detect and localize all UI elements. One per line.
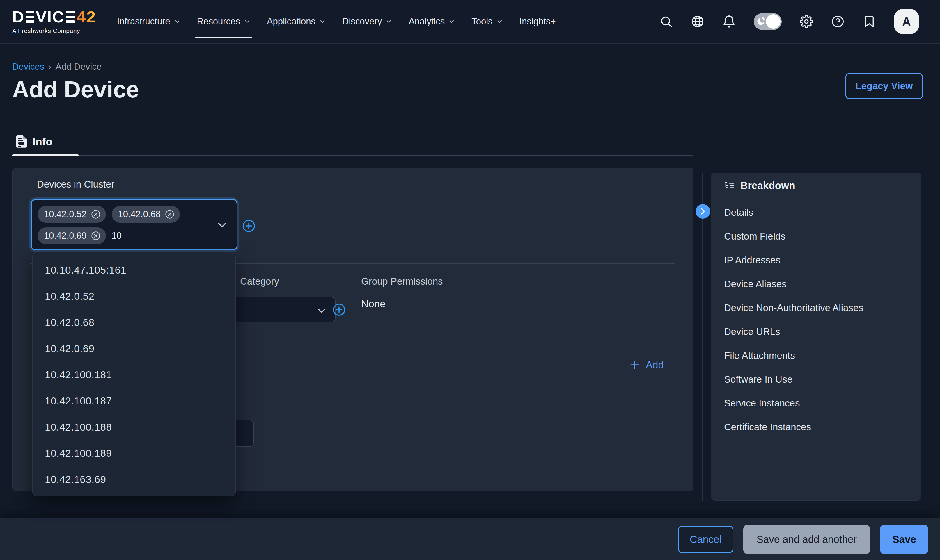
breakdown-item[interactable]: Custom Fields <box>711 225 921 248</box>
breakdown-item[interactable]: Device URLs <box>711 320 921 344</box>
chip-remove-icon[interactable] <box>91 231 101 241</box>
nav-item-label: Discovery <box>342 16 382 27</box>
settings-gear-icon[interactable] <box>800 15 813 28</box>
nav-item-label: Analytics <box>409 16 445 27</box>
breakdown-item-label: Device Aliases <box>724 278 787 289</box>
breakdown-item-label: Custom Fields <box>724 231 786 242</box>
tab-info[interactable]: Info <box>12 128 61 156</box>
panel-split-line <box>702 173 702 501</box>
dropdown-option-label: 10.42.0.68 <box>45 317 94 328</box>
dropdown-option[interactable]: 10.42.100.189 <box>32 440 235 466</box>
breakdown-item[interactable]: IP Addresses <box>711 248 921 272</box>
category-chevron-down-icon <box>316 305 327 317</box>
logo-subtitle: A Freshworks Company <box>12 27 96 34</box>
dropdown-option[interactable]: 10.42.0.69 <box>32 335 235 362</box>
nav-item-label: Resources <box>197 16 240 27</box>
add-row-button[interactable]: Add <box>629 359 664 371</box>
save-button[interactable]: Save <box>880 525 928 554</box>
breakdown-title: Breakdown <box>740 180 795 191</box>
cluster-chip: 10.42.0.68 <box>112 206 180 223</box>
breakdown-item-label: IP Addresses <box>724 255 781 266</box>
breakdown-item[interactable]: Software In Use <box>711 368 921 391</box>
user-avatar[interactable]: A <box>894 9 919 34</box>
breakdown-item-label: Software In Use <box>724 374 792 385</box>
legacy-view-button[interactable]: Legacy View <box>846 73 923 99</box>
logo-e-glyph <box>66 11 74 23</box>
cluster-chip: 10.42.0.69 <box>37 228 106 244</box>
dropdown-option[interactable]: 10.42.0.68 <box>32 309 235 335</box>
chevron-down-icon <box>174 18 181 25</box>
nav-item-label: Tools <box>471 16 492 27</box>
breakdown-item[interactable]: Device Non-Authoritative Aliases <box>711 296 921 320</box>
dropdown-option[interactable]: 10.42.0.52 <box>32 283 235 309</box>
cancel-button[interactable]: Cancel <box>678 526 733 553</box>
nav-item[interactable]: Insights+ <box>511 0 564 43</box>
cluster-chip: 10.42.0.52 <box>37 206 106 223</box>
nav-item[interactable]: Discovery <box>334 0 400 43</box>
dropdown-option[interactable]: 10.42.163.69 <box>32 466 235 492</box>
dropdown-option[interactable]: 10.42.100.181 <box>32 362 235 388</box>
search-icon[interactable] <box>659 15 673 28</box>
dropdown-option-label: 10.42.0.69 <box>45 343 94 354</box>
dropdown-option[interactable]: 10.10.47.105:161 <box>32 257 235 283</box>
breadcrumb-separator: › <box>48 62 51 72</box>
nav-item[interactable]: Applications <box>259 0 334 43</box>
theme-toggle[interactable] <box>754 13 782 30</box>
breakdown-item[interactable]: Service Instances <box>711 391 921 415</box>
breakdown-item-label: Service Instances <box>724 398 800 409</box>
breakdown-panel: Breakdown Details Custom Fields IP Addre… <box>711 173 921 501</box>
list-tree-icon <box>724 180 735 191</box>
add-cluster-device-plus-icon[interactable] <box>242 219 256 233</box>
chevron-down-icon <box>496 18 503 25</box>
collapse-sidebar-button[interactable] <box>696 204 710 218</box>
tab-active-underline <box>12 154 79 157</box>
breakdown-item[interactable]: Certificate Instances <box>711 415 921 439</box>
chip-remove-icon[interactable] <box>165 209 174 219</box>
nav-item-label: Applications <box>267 16 315 27</box>
multiselect-chevron-down-icon[interactable] <box>215 218 229 232</box>
breakdown-item[interactable]: Details <box>711 201 921 225</box>
chip-remove-icon[interactable] <box>91 209 101 219</box>
breadcrumb-current: Add Device <box>56 62 102 72</box>
dropdown-option[interactable]: 10.42.100.188 <box>32 414 235 440</box>
add-category-plus-icon[interactable] <box>332 303 346 317</box>
cluster-chip-label: 10.42.0.68 <box>118 209 161 220</box>
breakdown-item[interactable]: File Attachments <box>711 344 921 368</box>
save-and-add-another-button[interactable]: Save and add another <box>743 525 870 554</box>
devices-in-cluster-multiselect[interactable]: 10.42.0.52 10.42.0.68 10.42.0.69 <box>31 199 238 250</box>
breakdown-item-label: Device Non-Authoritative Aliases <box>724 302 863 314</box>
breakdown-item-label: Details <box>724 207 753 218</box>
help-icon[interactable] <box>831 15 844 28</box>
devices-in-cluster-label: Devices in Cluster <box>37 179 114 190</box>
nav-item-label: Insights+ <box>520 16 556 27</box>
nav-item[interactable]: Infrastructure <box>109 0 189 43</box>
bookmark-icon[interactable] <box>863 15 876 28</box>
notifications-bell-icon[interactable] <box>722 15 736 28</box>
dropdown-option-label: 10.10.47.105:161 <box>45 264 126 276</box>
breakdown-item-label: Certificate Instances <box>724 422 811 433</box>
main-nav: Infrastructure Resources Applications <box>109 0 564 43</box>
nav-item[interactable]: Analytics <box>400 0 463 43</box>
breadcrumb-devices-link[interactable]: Devices <box>12 62 44 72</box>
dropdown-option[interactable]: 10.42.100.187 <box>32 388 235 414</box>
tab-info-label: Info <box>32 136 52 148</box>
tab-row-divider <box>12 155 693 156</box>
device42-logo[interactable]: DVIC42 A Freshworks Company <box>12 9 96 34</box>
breakdown-item[interactable]: Device Aliases <box>711 272 921 296</box>
logo-e-glyph <box>26 11 34 23</box>
cluster-chip-label: 10.42.0.52 <box>44 209 87 220</box>
cluster-typed-value[interactable]: 10 <box>112 231 122 241</box>
cluster-chip-rows: 10.42.0.52 10.42.0.68 10.42.0.69 <box>37 206 216 244</box>
nav-item-label: Infrastructure <box>117 16 170 27</box>
moon-icon <box>756 16 766 26</box>
cluster-options-dropdown: 10.10.47.105:161 10.42.0.52 10.42.0.68 1… <box>32 253 236 496</box>
nav-item[interactable]: Resources <box>189 0 259 43</box>
top-navigation-bar: DVIC42 A Freshworks Company Infrastructu… <box>0 0 940 44</box>
chevron-down-icon <box>319 18 326 25</box>
breakdown-list: Details Custom Fields IP Addresses Devic… <box>711 198 921 442</box>
nav-item[interactable]: Tools <box>463 0 511 43</box>
add-row-label: Add <box>646 359 664 371</box>
breakdown-header: Breakdown <box>711 173 921 198</box>
globe-icon[interactable] <box>691 15 704 28</box>
document-icon <box>16 135 27 148</box>
